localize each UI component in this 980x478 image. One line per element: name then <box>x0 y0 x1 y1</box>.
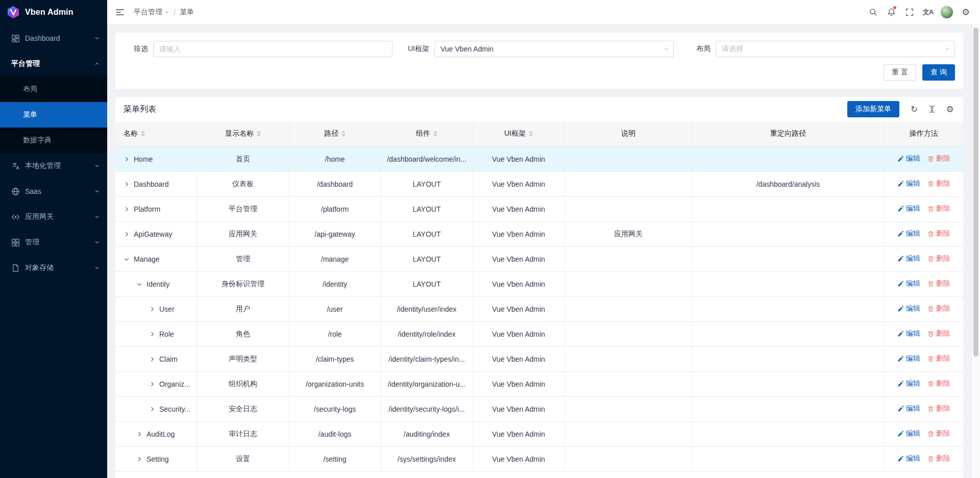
table-row[interactable]: Manage 管理 /manage LAYOUT Vue Vben Admin … <box>115 246 963 271</box>
edit-link[interactable]: 编辑 <box>897 304 920 313</box>
sidebar-item-data-dictionary[interactable]: 数据字典 <box>0 128 107 153</box>
actions-cell: 编辑 删除 <box>884 371 963 396</box>
edit-link[interactable]: 编辑 <box>897 204 920 213</box>
expand-caret-icon[interactable] <box>124 156 130 162</box>
sort-icon[interactable] <box>141 131 145 137</box>
table-row[interactable]: Platform 平台管理 /platform LAYOUT Vue Vben … <box>115 196 963 221</box>
expand-caret-icon[interactable] <box>124 206 130 212</box>
edit-link[interactable]: 编辑 <box>897 454 920 463</box>
app-logo[interactable]: Vben Admin <box>0 0 107 24</box>
sidebar-item-layout[interactable]: 布局 <box>0 77 107 102</box>
redirect-path-cell <box>692 221 884 246</box>
component-cell: LAYOUT <box>381 196 473 221</box>
expand-caret-icon[interactable] <box>136 431 142 437</box>
name-cell: ApiGateway <box>115 221 197 246</box>
delete-link[interactable]: 删除 <box>927 429 950 438</box>
expand-caret-icon[interactable] <box>124 256 130 262</box>
delete-link[interactable]: 删除 <box>927 179 950 188</box>
table-row[interactable]: Security... 安全日志 /security-logs /identit… <box>115 396 963 421</box>
sidebar-item-dashboard[interactable]: Dashboard <box>0 26 107 51</box>
delete-link[interactable]: 删除 <box>927 204 950 213</box>
sidebar-item-saas[interactable]: Saas <box>0 179 107 204</box>
user-avatar[interactable] <box>940 6 953 19</box>
column-height-icon[interactable] <box>927 104 937 114</box>
expand-caret-icon[interactable] <box>149 406 155 412</box>
edit-link[interactable]: 编辑 <box>897 279 920 288</box>
expand-caret-icon[interactable] <box>149 356 155 362</box>
sort-icon[interactable] <box>529 131 533 137</box>
notification-bell-icon[interactable] <box>882 0 900 24</box>
table-row[interactable]: Dashboard 仪表板 /dashboard LAYOUT Vue Vben… <box>115 171 963 196</box>
translate-icon[interactable]: 文A <box>919 0 937 24</box>
scrollbar-thumb[interactable] <box>973 28 978 357</box>
table-row[interactable]: ApiGateway 应用网关 /api-gateway LAYOUT Vue … <box>115 221 963 246</box>
edit-link[interactable]: 编辑 <box>897 379 920 388</box>
sidebar-item-menu[interactable]: 菜单 <box>0 102 107 128</box>
expand-caret-icon[interactable] <box>124 231 130 237</box>
storage-icon <box>11 264 20 272</box>
filter-input[interactable] <box>153 41 393 57</box>
table-row[interactable]: Role 角色 /role /identity/role/index Vue V… <box>115 321 963 346</box>
delete-link[interactable]: 删除 <box>927 404 950 413</box>
delete-link[interactable]: 删除 <box>927 329 950 338</box>
breadcrumb-platform[interactable]: 平台管理 <box>134 8 169 17</box>
delete-link[interactable]: 删除 <box>927 354 950 363</box>
delete-link[interactable]: 删除 <box>927 379 950 388</box>
sidebar-item-object-storage[interactable]: 对象存储 <box>0 255 107 281</box>
ui-framework-select[interactable]: Vue Vben Admin <box>434 41 674 57</box>
expand-caret-icon[interactable] <box>124 181 130 187</box>
trash-icon <box>927 356 934 362</box>
sort-icon[interactable] <box>257 131 261 137</box>
add-menu-button[interactable]: 添加新菜单 <box>847 101 899 117</box>
table-row[interactable]: Home 首页 /home /dashboard/welcome/in... V… <box>115 146 963 171</box>
name-cell: Identity <box>115 271 197 296</box>
edit-link[interactable]: 编辑 <box>897 329 920 338</box>
table-settings-icon[interactable]: ⚙ <box>945 104 955 114</box>
table-row[interactable]: User 用户 /user /identity/user/index Vue V… <box>115 296 963 321</box>
edit-link[interactable]: 编辑 <box>897 229 920 238</box>
edit-link[interactable]: 编辑 <box>897 154 920 163</box>
edit-link[interactable]: 编辑 <box>897 179 920 188</box>
sort-icon[interactable] <box>341 131 346 137</box>
expand-caret-icon[interactable] <box>136 281 142 287</box>
menu-fold-icon[interactable] <box>113 6 127 19</box>
sidebar-item-localization[interactable]: 本地化管理 <box>0 153 107 179</box>
delete-link[interactable]: 删除 <box>927 154 950 163</box>
search-icon[interactable] <box>864 0 882 24</box>
expand-caret-icon[interactable] <box>149 381 155 387</box>
delete-link[interactable]: 删除 <box>927 454 950 463</box>
settings-gear-icon[interactable]: ⚙ <box>957 0 975 24</box>
ui-framework-cell: Vue Vben Admin <box>473 171 565 196</box>
path-cell: /manage <box>289 246 381 271</box>
expand-caret-icon[interactable] <box>149 331 155 337</box>
table-row[interactable]: AuditLog 审计日志 /audit-logs /auditing/inde… <box>115 421 963 446</box>
fullscreen-icon[interactable] <box>900 0 919 24</box>
actions-cell: 编辑 删除 <box>884 321 963 346</box>
table-row[interactable]: Identity 身份标识管理 /identity LAYOUT Vue Vbe… <box>115 271 963 296</box>
delete-link[interactable]: 删除 <box>927 229 950 238</box>
table-row[interactable]: Claim 声明类型 /claim-types /identity/claim-… <box>115 346 963 371</box>
table-row[interactable]: Setting 设置 /setting /sys/settings/index … <box>115 446 963 471</box>
sidebar-item-manage[interactable]: 管理 <box>0 230 107 255</box>
delete-link[interactable]: 删除 <box>927 254 950 263</box>
table-row[interactable]: Organiz... 组织机构 /organization-units /ide… <box>115 371 963 396</box>
expand-caret-icon[interactable] <box>136 456 142 462</box>
edit-link[interactable]: 编辑 <box>897 354 920 363</box>
delete-link[interactable]: 删除 <box>927 304 950 313</box>
sidebar-item-platform-management[interactable]: 平台管理 <box>0 51 107 77</box>
sort-icon[interactable] <box>433 131 437 137</box>
edit-link[interactable]: 编辑 <box>897 404 920 413</box>
layout-select[interactable]: 请选择 <box>716 41 955 57</box>
edit-link[interactable]: 编辑 <box>897 254 920 263</box>
delete-link[interactable]: 删除 <box>927 279 950 288</box>
edit-link[interactable]: 编辑 <box>897 429 920 438</box>
path-cell: /platform <box>289 196 381 221</box>
ui-framework-cell: Vue Vben Admin <box>473 246 565 271</box>
expand-caret-icon[interactable] <box>149 306 155 312</box>
menu-name: Manage <box>134 255 160 263</box>
chevron-down-icon <box>94 35 100 41</box>
refresh-icon[interactable]: ↻ <box>909 104 919 114</box>
reset-button[interactable]: 重 置 <box>884 64 916 81</box>
search-button[interactable]: 查 询 <box>922 64 955 81</box>
sidebar-item-api-gateway[interactable]: 应用网关 <box>0 204 107 230</box>
